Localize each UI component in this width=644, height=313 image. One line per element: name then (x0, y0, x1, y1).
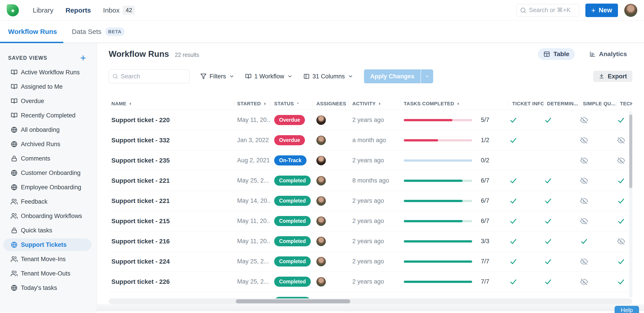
activity-time: 8 months ago (349, 177, 400, 184)
run-name: Support ticket - 226 (109, 278, 234, 286)
column-header-determin[interactable]: DETERMIN... (544, 101, 579, 107)
assignee-avatar[interactable] (316, 116, 326, 125)
table-row[interactable]: Support ticket - 332 Jan 3, 2022 Overdue… (109, 130, 632, 150)
analytics-view-label: Analytics (599, 50, 627, 58)
columns-dropdown[interactable]: 31 Columns (303, 73, 353, 80)
assignee-avatar[interactable] (316, 196, 326, 206)
globe-icon (11, 241, 18, 248)
new-button[interactable]: + New (586, 4, 618, 17)
global-search-input[interactable] (529, 7, 575, 14)
sidebar-item-recently-completed[interactable]: Recently Completed (3, 109, 92, 122)
table-row[interactable]: Support ticket - 220 May 11, 20... Overd… (109, 110, 632, 130)
assignee-avatar[interactable] (316, 277, 326, 286)
assignee-avatar[interactable] (316, 237, 326, 246)
book-icon (11, 112, 18, 119)
column-header-assignees[interactable]: ASSIGNEES (313, 101, 349, 107)
tasks-completed-cell: 6/7 (400, 218, 508, 224)
column-header-activity[interactable]: ACTIVITY (349, 101, 400, 107)
tab-workflow-runs[interactable]: Workflow Runs (8, 21, 57, 43)
sidebar-item-all-onboarding[interactable]: All onboarding (3, 124, 92, 136)
nav-item-inbox[interactable]: Inbox 42 (103, 6, 135, 15)
column-header-ticket-info[interactable]: TICKET INFO (508, 101, 544, 107)
tasks-completed-cell: 1/2 (400, 137, 508, 144)
nav-item-reports[interactable]: Reports (66, 6, 91, 14)
table-row[interactable]: Support ticket - 216 May 11, 20... Compl… (109, 231, 632, 252)
apply-changes-button[interactable]: Apply Changes (364, 70, 434, 83)
analytics-view-button[interactable]: Analytics (584, 48, 632, 60)
table-search[interactable] (109, 70, 190, 83)
sidebar-item-customer-onboarding[interactable]: Customer Onboarding (3, 166, 92, 179)
table-row[interactable]: Support ticket - 221 May 14, 20... Compl… (109, 191, 632, 211)
sidebar-item-overdue[interactable]: Overdue (3, 95, 92, 107)
table-row-partial[interactable]: Completed (109, 292, 632, 298)
eye-off-icon (580, 217, 588, 225)
globe-icon (11, 284, 18, 291)
user-avatar[interactable] (624, 4, 637, 17)
chevron-down-icon (424, 74, 430, 79)
sidebar-item-quick-tasks[interactable]: Quick tasks (3, 224, 92, 237)
eye-off-icon (580, 278, 588, 286)
run-name: Support ticket - 216 (109, 238, 234, 245)
add-saved-view-button[interactable]: + (80, 53, 86, 63)
tasks-completed-cell: 3/3 (400, 238, 508, 245)
activity-time: 2 years ago (349, 258, 400, 265)
sidebar-item-onboarding-workflows[interactable]: Onboarding Workflows (3, 210, 92, 222)
table-search-input[interactable] (121, 73, 186, 80)
sidebar-item-archived-runs[interactable]: Archived Runs (3, 138, 92, 150)
table-header-row: NAME STARTED STATUS ASSIGNEES ACTIVITY T… (109, 98, 632, 110)
table-row[interactable]: Support ticket - 215 May 11, 20... Compl… (109, 211, 632, 231)
users-icon (11, 270, 18, 277)
sidebar-item-comments[interactable]: Comments (3, 152, 92, 165)
sidebar-item-tenant-move-outs[interactable]: Tenant Move-Outs (3, 267, 92, 280)
sidebar-item-support-tickets[interactable]: Support Tickets (3, 238, 92, 251)
book-icon (11, 98, 18, 104)
workflow-runs-table: NAME STARTED STATUS ASSIGNEES ACTIVITY T… (109, 98, 632, 298)
horizontal-scrollbar-thumb[interactable] (236, 299, 350, 303)
filters-dropdown[interactable]: Filters (200, 73, 234, 80)
column-header-status[interactable]: STATUS (270, 101, 313, 107)
check-icon (544, 278, 552, 286)
table-row[interactable]: Support ticket - 224 May 25, 2... Comple… (109, 252, 632, 272)
users-icon (11, 256, 18, 262)
sidebar-item-tenant-move-ins[interactable]: Tenant Move-Ins (3, 253, 92, 266)
status-badge: Completed (274, 236, 311, 246)
global-search[interactable] (516, 4, 579, 16)
tasks-count: 7/7 (481, 258, 489, 265)
tasks-count: 3/3 (481, 238, 489, 245)
app-logo[interactable] (7, 4, 19, 16)
assignee-avatar[interactable] (316, 216, 326, 226)
table-row[interactable]: Support ticket - 226 May 25, 2... Comple… (109, 272, 632, 292)
column-header-started[interactable]: STARTED (234, 101, 270, 107)
assignee-avatar[interactable] (316, 156, 326, 165)
sidebar-item-assigned-to-me[interactable]: Assigned to Me (3, 80, 92, 93)
assignee-avatar[interactable] (316, 257, 326, 266)
apply-changes-dropdown[interactable] (420, 70, 433, 83)
table-row[interactable]: Support ticket - 235 Aug 2, 2021 On-Trac… (109, 150, 632, 171)
sidebar-item-feedback[interactable]: Feedback (3, 195, 92, 208)
column-header-techni[interactable]: TECHNI (616, 101, 632, 107)
tab-label: Workflow Runs (8, 28, 57, 36)
sidebar-item-label: Onboarding Workflows (21, 213, 82, 220)
table-view-button[interactable]: Table (538, 48, 574, 60)
tab-data-sets[interactable]: Data Sets BETA (72, 21, 124, 43)
plus-icon: + (591, 6, 596, 14)
help-button[interactable]: Help (614, 306, 639, 313)
vertical-scrollbar-thumb[interactable] (629, 114, 632, 188)
table-row[interactable]: Support ticket - 221 May 25, 2... Comple… (109, 171, 632, 191)
column-header-simple-qu[interactable]: SIMPLE QU... (579, 101, 616, 107)
export-button[interactable]: Export (593, 71, 632, 82)
sidebar-item-today-s-tasks[interactable]: Today's tasks (3, 282, 92, 294)
status-cell: Completed (270, 236, 313, 246)
sidebar-item-employee-onboarding[interactable]: Employee Onboarding (3, 181, 92, 194)
column-header-name[interactable]: NAME (109, 101, 234, 107)
nav-item-library[interactable]: Library (33, 6, 54, 14)
assignee-avatar[interactable] (316, 136, 326, 145)
sidebar-item-active-workflow-runs[interactable]: Active Workflow Runs (3, 66, 92, 78)
started-date: May 11, 20... (234, 116, 270, 124)
progress-bar (404, 139, 472, 142)
check-icon (544, 258, 552, 266)
assignee-avatar[interactable] (316, 176, 326, 186)
workflow-dropdown[interactable]: 1 Workflow (245, 73, 292, 80)
column-header-tasks-completed[interactable]: TASKS COMPLETED (400, 101, 508, 107)
tasks-count: 1/2 (481, 137, 489, 144)
